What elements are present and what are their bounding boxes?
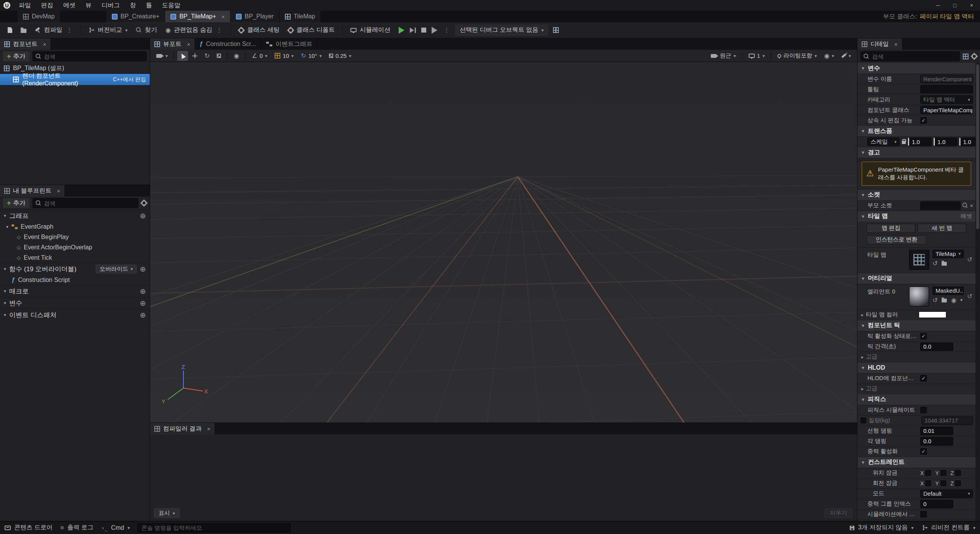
section-constraints[interactable]: ▼컨스트레인트	[857, 457, 975, 468]
graph-section-header[interactable]: ▾ 그래프 ⊕	[0, 210, 150, 221]
output-log-button[interactable]: ≡ 출력 로그	[60, 524, 93, 532]
viewport-options-dropdown[interactable]: ▾	[838, 51, 854, 61]
save-button[interactable]	[4, 24, 16, 37]
parent-class-link[interactable]: 페이퍼 타일 맵 액터	[920, 13, 974, 21]
lit-mode-dropdown[interactable]: 라이팅포함 ▾	[774, 51, 820, 61]
browse-to-asset-icon[interactable]	[942, 299, 947, 303]
rotate-tool-button[interactable]: ↻	[201, 51, 213, 61]
menu-debug[interactable]: 디버그	[97, 0, 125, 11]
tab-bp-player[interactable]: BP_Player	[231, 11, 280, 22]
close-icon[interactable]: ×	[894, 41, 898, 48]
tab-viewport[interactable]: 뷰포트 ×	[150, 38, 195, 50]
material-more-icon[interactable]: ▾	[960, 297, 962, 303]
tooltip-field[interactable]	[920, 85, 973, 93]
add-dispatcher-icon[interactable]: ⊕	[140, 311, 146, 319]
grid-snap-dropdown[interactable]: 10 ▾	[272, 51, 297, 61]
close-icon[interactable]: ×	[187, 41, 190, 48]
content-drawer-button[interactable]: 콘텐츠 드로어	[5, 524, 52, 532]
tick-interval-field[interactable]: 0.0	[920, 342, 953, 351]
convert-to-instance-button[interactable]: 인스턴스로 변환	[867, 235, 926, 244]
editable-checkbox[interactable]	[920, 117, 927, 124]
variable-section-header[interactable]: ▾ 변수 ⊕	[0, 297, 150, 309]
simulate-physics-checkbox[interactable]	[920, 407, 927, 413]
maximize-button[interactable]: □	[946, 0, 963, 11]
add-function-icon[interactable]: ⊕	[140, 265, 146, 273]
details-scrollbar[interactable]	[975, 63, 980, 521]
dominance-group-field[interactable]: 0	[920, 500, 953, 508]
construction-script-row[interactable]: ƒ Construction Script	[0, 275, 150, 285]
close-tab-icon[interactable]: ×	[221, 13, 225, 20]
scale-snap-dropdown[interactable]: 0.25 ▾	[326, 51, 354, 61]
simulation-button[interactable]: 시뮬레이션	[347, 24, 394, 37]
scale-y-field[interactable]: 1.0	[934, 138, 957, 146]
category-dropdown[interactable]: 타일 맵 액터▾	[920, 95, 973, 104]
menu-window[interactable]: 창	[125, 0, 141, 11]
add-variable-icon[interactable]: ⊕	[140, 300, 146, 307]
event-beginplay-row[interactable]: ◇ Event BeginPlay	[0, 232, 150, 242]
expand-icon[interactable]: ▸	[861, 312, 864, 318]
stop-button[interactable]	[421, 28, 426, 33]
close-icon[interactable]: ×	[207, 426, 210, 432]
enable-gravity-checkbox[interactable]	[920, 448, 927, 455]
perspective-dropdown[interactable]: 원근 ▾	[708, 51, 739, 61]
display-filter-icon[interactable]	[963, 54, 969, 59]
close-icon[interactable]: ×	[57, 188, 60, 194]
tab-event-graph[interactable]: 이벤트그래프	[261, 38, 317, 50]
eject-button[interactable]	[432, 27, 437, 34]
viewport-3d[interactable]: Z X Y	[150, 62, 857, 423]
move-tool-button[interactable]	[189, 51, 200, 61]
mass-override-checkbox[interactable]	[861, 418, 866, 423]
compile-button[interactable]: 컴파일 ⋮	[31, 24, 77, 37]
mass-field[interactable]: 1048.334717	[921, 416, 973, 425]
menu-help[interactable]: 도움말	[157, 0, 185, 11]
menu-tools[interactable]: 툴	[141, 0, 157, 11]
tilemap-thumbnail[interactable]	[909, 250, 929, 270]
override-dropdown[interactable]: 오버라이드 ▾	[96, 265, 137, 274]
scale-dropdown[interactable]: 스케일▾	[867, 138, 900, 146]
add-graph-icon[interactable]: ⊕	[140, 212, 146, 219]
surface-snap-dropdown[interactable]: ∠ 0 ▾	[249, 51, 270, 61]
event-actorbeginoverlap-row[interactable]: ◇ Event ActorBeginOverlap	[0, 242, 150, 252]
section-transform[interactable]: ▼트랜스폼	[857, 126, 975, 137]
event-tick-row[interactable]: ◇ Event Tick	[0, 252, 150, 263]
my-blueprint-panel-tab[interactable]: 내 블루프린트 ×	[0, 185, 64, 197]
tilemap-asset-dropdown[interactable]: TileMap▾	[933, 250, 964, 258]
details-panel-tab[interactable]: 디테일 ×	[857, 38, 902, 50]
menu-asset[interactable]: 에셋	[58, 0, 80, 11]
frame-skip-button[interactable]	[410, 28, 416, 33]
clear-socket-icon[interactable]: ×	[970, 203, 973, 208]
select-tool-button[interactable]	[177, 51, 188, 61]
component-row-rendercomponent[interactable]: 렌더 컴포넌트 (RenderComponent) C++에서 편집	[0, 74, 150, 85]
class-defaults-button[interactable]: 클래스 디폴트	[284, 24, 339, 37]
row-tick-advanced[interactable]: ▸ 고급	[857, 352, 975, 362]
parent-socket-field[interactable]	[920, 201, 960, 210]
browse-button[interactable]	[17, 24, 30, 37]
diff-button[interactable]: 버전비교 ▾	[85, 24, 131, 37]
macro-section-header[interactable]: ▾ 매크로 ⊕	[0, 285, 150, 297]
minimize-button[interactable]: ─	[929, 0, 946, 11]
add-component-button[interactable]: + 추가	[3, 51, 29, 61]
tilemap-color-swatch[interactable]	[919, 311, 946, 318]
angular-damping-field[interactable]: 0.0	[920, 437, 953, 446]
section-tilemap[interactable]: ▼타일 맵 에셋	[857, 211, 975, 222]
component-class-dropdown[interactable]: PaperTileMapCompo...▾	[920, 106, 973, 114]
tab-construction-script[interactable]: ƒ Construction Scr...	[195, 38, 262, 50]
show-filter-dropdown[interactable]: 표시 ▾	[154, 508, 180, 518]
add-macro-icon[interactable]: ⊕	[140, 288, 146, 295]
section-socket[interactable]: ▼소켓	[857, 190, 975, 201]
revision-control-button[interactable]: 리비전 컨트롤 ▾	[922, 524, 975, 532]
sim-updates-checkbox[interactable]	[920, 511, 927, 518]
unreal-logo-icon[interactable]: U	[0, 2, 14, 9]
camera-speed-dropdown[interactable]: ▾	[153, 51, 171, 61]
edit-map-button[interactable]: 맵 편집	[867, 224, 915, 233]
my-blueprint-search-input[interactable]	[44, 200, 135, 206]
rotation-snap-dropdown[interactable]: ↻ 10° ▾	[298, 51, 325, 61]
play-button[interactable]	[399, 27, 404, 34]
constraint-mode-dropdown[interactable]: Default▾	[920, 490, 973, 498]
lock-icon[interactable]	[902, 141, 906, 144]
use-selected-icon[interactable]: ↺	[933, 296, 937, 304]
reset-to-default-icon[interactable]: ↺	[967, 293, 972, 300]
close-icon[interactable]: ×	[43, 41, 46, 48]
lock-position-z-checkbox[interactable]	[955, 470, 961, 476]
new-empty-map-button[interactable]: 새 빈 맵	[918, 224, 966, 233]
